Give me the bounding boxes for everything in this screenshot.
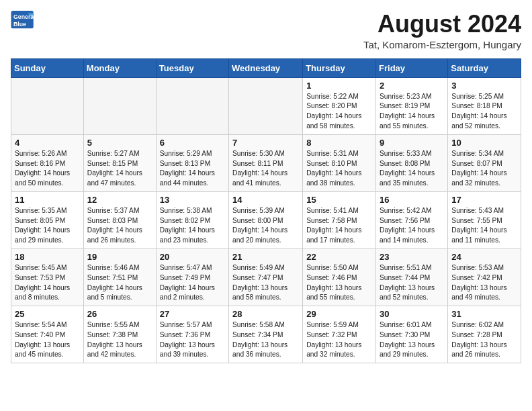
day-info: Sunrise: 5:34 AM Sunset: 8:07 PM Dayligh… bbox=[451, 149, 517, 189]
day-info: Sunrise: 5:37 AM Sunset: 8:03 PM Dayligh… bbox=[87, 206, 152, 246]
day-header-friday: Friday bbox=[376, 58, 448, 77]
calendar-cell: 21Sunrise: 5:49 AM Sunset: 7:47 PM Dayli… bbox=[229, 248, 303, 306]
calendar-cell: 25Sunrise: 5:54 AM Sunset: 7:40 PM Dayli… bbox=[11, 306, 84, 363]
day-number: 1 bbox=[306, 81, 372, 91]
day-header-thursday: Thursday bbox=[303, 58, 376, 77]
day-number: 17 bbox=[451, 195, 517, 205]
calendar-cell bbox=[11, 77, 84, 134]
day-number: 19 bbox=[87, 252, 152, 262]
day-header-sunday: Sunday bbox=[11, 58, 84, 77]
calendar-week-1: 1Sunrise: 5:22 AM Sunset: 8:20 PM Daylig… bbox=[11, 77, 521, 134]
calendar-cell: 4Sunrise: 5:26 AM Sunset: 8:16 PM Daylig… bbox=[11, 134, 84, 191]
calendar-cell: 11Sunrise: 5:35 AM Sunset: 8:05 PM Dayli… bbox=[11, 191, 84, 248]
calendar-cell: 23Sunrise: 5:51 AM Sunset: 7:44 PM Dayli… bbox=[376, 248, 448, 306]
logo-icon: General Blue bbox=[11, 11, 35, 30]
calendar-cell: 26Sunrise: 5:55 AM Sunset: 7:38 PM Dayli… bbox=[83, 306, 156, 363]
calendar-cell: 16Sunrise: 5:42 AM Sunset: 7:56 PM Dayli… bbox=[376, 191, 448, 248]
day-number: 18 bbox=[15, 252, 80, 262]
calendar-cell: 6Sunrise: 5:29 AM Sunset: 8:13 PM Daylig… bbox=[156, 134, 228, 191]
calendar-cell: 20Sunrise: 5:47 AM Sunset: 7:49 PM Dayli… bbox=[156, 248, 228, 306]
day-info: Sunrise: 5:41 AM Sunset: 7:58 PM Dayligh… bbox=[306, 206, 372, 246]
day-number: 13 bbox=[160, 195, 225, 205]
day-number: 22 bbox=[306, 252, 372, 262]
day-info: Sunrise: 5:35 AM Sunset: 8:05 PM Dayligh… bbox=[15, 206, 80, 246]
calendar-cell bbox=[83, 77, 156, 134]
day-info: Sunrise: 5:27 AM Sunset: 8:15 PM Dayligh… bbox=[87, 149, 152, 189]
day-info: Sunrise: 5:46 AM Sunset: 7:51 PM Dayligh… bbox=[87, 263, 152, 303]
calendar-cell: 31Sunrise: 6:02 AM Sunset: 7:28 PM Dayli… bbox=[448, 306, 521, 363]
calendar-cell: 13Sunrise: 5:38 AM Sunset: 8:02 PM Dayli… bbox=[156, 191, 228, 248]
day-info: Sunrise: 5:53 AM Sunset: 7:42 PM Dayligh… bbox=[451, 263, 517, 303]
day-info: Sunrise: 5:57 AM Sunset: 7:36 PM Dayligh… bbox=[160, 320, 225, 360]
day-number: 6 bbox=[160, 138, 225, 148]
location-subtitle: Tat, Komarom-Esztergom, Hungary bbox=[363, 39, 521, 50]
calendar-cell: 29Sunrise: 5:59 AM Sunset: 7:32 PM Dayli… bbox=[303, 306, 376, 363]
day-info: Sunrise: 5:47 AM Sunset: 7:49 PM Dayligh… bbox=[160, 263, 225, 303]
day-info: Sunrise: 5:39 AM Sunset: 8:00 PM Dayligh… bbox=[232, 206, 299, 246]
day-number: 29 bbox=[306, 309, 372, 319]
day-info: Sunrise: 5:45 AM Sunset: 7:53 PM Dayligh… bbox=[15, 263, 80, 303]
day-info: Sunrise: 5:33 AM Sunset: 8:08 PM Dayligh… bbox=[380, 149, 444, 189]
svg-text:General: General bbox=[13, 13, 35, 20]
calendar-cell: 24Sunrise: 5:53 AM Sunset: 7:42 PM Dayli… bbox=[448, 248, 521, 306]
day-number: 28 bbox=[232, 309, 299, 319]
calendar-cell: 7Sunrise: 5:30 AM Sunset: 8:11 PM Daylig… bbox=[229, 134, 303, 191]
day-number: 8 bbox=[306, 138, 372, 148]
day-info: Sunrise: 5:22 AM Sunset: 8:20 PM Dayligh… bbox=[306, 92, 372, 132]
calendar-table: SundayMondayTuesdayWednesdayThursdayFrid… bbox=[11, 58, 521, 364]
day-number: 20 bbox=[160, 252, 225, 262]
day-number: 11 bbox=[15, 195, 80, 205]
day-header-wednesday: Wednesday bbox=[229, 58, 303, 77]
day-number: 21 bbox=[232, 252, 299, 262]
day-header-monday: Monday bbox=[83, 58, 156, 77]
day-number: 15 bbox=[306, 195, 372, 205]
month-year-title: August 2024 bbox=[363, 11, 521, 38]
calendar-cell: 14Sunrise: 5:39 AM Sunset: 8:00 PM Dayli… bbox=[229, 191, 303, 248]
calendar-cell: 12Sunrise: 5:37 AM Sunset: 8:03 PM Dayli… bbox=[83, 191, 156, 248]
calendar-cell: 17Sunrise: 5:43 AM Sunset: 7:55 PM Dayli… bbox=[448, 191, 521, 248]
day-header-saturday: Saturday bbox=[448, 58, 521, 77]
day-info: Sunrise: 5:51 AM Sunset: 7:44 PM Dayligh… bbox=[380, 263, 444, 303]
day-info: Sunrise: 5:42 AM Sunset: 7:56 PM Dayligh… bbox=[380, 206, 444, 246]
day-number: 31 bbox=[451, 309, 517, 319]
calendar-cell bbox=[229, 77, 303, 134]
logo: General Blue bbox=[11, 11, 35, 30]
calendar-week-5: 25Sunrise: 5:54 AM Sunset: 7:40 PM Dayli… bbox=[11, 306, 521, 363]
day-number: 3 bbox=[451, 81, 517, 91]
calendar-cell: 15Sunrise: 5:41 AM Sunset: 7:58 PM Dayli… bbox=[303, 191, 376, 248]
calendar-header-row: SundayMondayTuesdayWednesdayThursdayFrid… bbox=[11, 58, 521, 77]
day-info: Sunrise: 5:58 AM Sunset: 7:34 PM Dayligh… bbox=[232, 320, 299, 360]
day-info: Sunrise: 5:54 AM Sunset: 7:40 PM Dayligh… bbox=[15, 320, 80, 360]
day-info: Sunrise: 5:49 AM Sunset: 7:47 PM Dayligh… bbox=[232, 263, 299, 303]
day-number: 23 bbox=[380, 252, 444, 262]
calendar-cell: 19Sunrise: 5:46 AM Sunset: 7:51 PM Dayli… bbox=[83, 248, 156, 306]
day-info: Sunrise: 5:29 AM Sunset: 8:13 PM Dayligh… bbox=[160, 149, 225, 189]
day-number: 30 bbox=[380, 309, 444, 319]
day-number: 27 bbox=[160, 309, 225, 319]
day-number: 26 bbox=[87, 309, 152, 319]
calendar-cell: 2Sunrise: 5:23 AM Sunset: 8:19 PM Daylig… bbox=[376, 77, 448, 134]
day-info: Sunrise: 5:43 AM Sunset: 7:55 PM Dayligh… bbox=[451, 206, 517, 246]
day-info: Sunrise: 5:31 AM Sunset: 8:10 PM Dayligh… bbox=[306, 149, 372, 189]
calendar-cell: 1Sunrise: 5:22 AM Sunset: 8:20 PM Daylig… bbox=[303, 77, 376, 134]
day-info: Sunrise: 5:30 AM Sunset: 8:11 PM Dayligh… bbox=[232, 149, 299, 189]
day-number: 16 bbox=[380, 195, 444, 205]
day-number: 9 bbox=[380, 138, 444, 148]
calendar-cell: 28Sunrise: 5:58 AM Sunset: 7:34 PM Dayli… bbox=[229, 306, 303, 363]
day-header-tuesday: Tuesday bbox=[156, 58, 228, 77]
day-number: 7 bbox=[232, 138, 299, 148]
day-number: 2 bbox=[380, 81, 444, 91]
calendar-cell: 9Sunrise: 5:33 AM Sunset: 8:08 PM Daylig… bbox=[376, 134, 448, 191]
day-info: Sunrise: 6:02 AM Sunset: 7:28 PM Dayligh… bbox=[451, 320, 517, 360]
calendar-cell: 18Sunrise: 5:45 AM Sunset: 7:53 PM Dayli… bbox=[11, 248, 84, 306]
title-block: August 2024 Tat, Komarom-Esztergom, Hung… bbox=[363, 11, 521, 50]
day-info: Sunrise: 5:25 AM Sunset: 8:18 PM Dayligh… bbox=[451, 92, 517, 132]
calendar-cell: 8Sunrise: 5:31 AM Sunset: 8:10 PM Daylig… bbox=[303, 134, 376, 191]
calendar-cell: 22Sunrise: 5:50 AM Sunset: 7:46 PM Dayli… bbox=[303, 248, 376, 306]
day-number: 25 bbox=[15, 309, 80, 319]
day-info: Sunrise: 6:01 AM Sunset: 7:30 PM Dayligh… bbox=[380, 320, 444, 360]
calendar-week-3: 11Sunrise: 5:35 AM Sunset: 8:05 PM Dayli… bbox=[11, 191, 521, 248]
calendar-cell: 10Sunrise: 5:34 AM Sunset: 8:07 PM Dayli… bbox=[448, 134, 521, 191]
day-number: 14 bbox=[232, 195, 299, 205]
day-info: Sunrise: 5:55 AM Sunset: 7:38 PM Dayligh… bbox=[87, 320, 152, 360]
